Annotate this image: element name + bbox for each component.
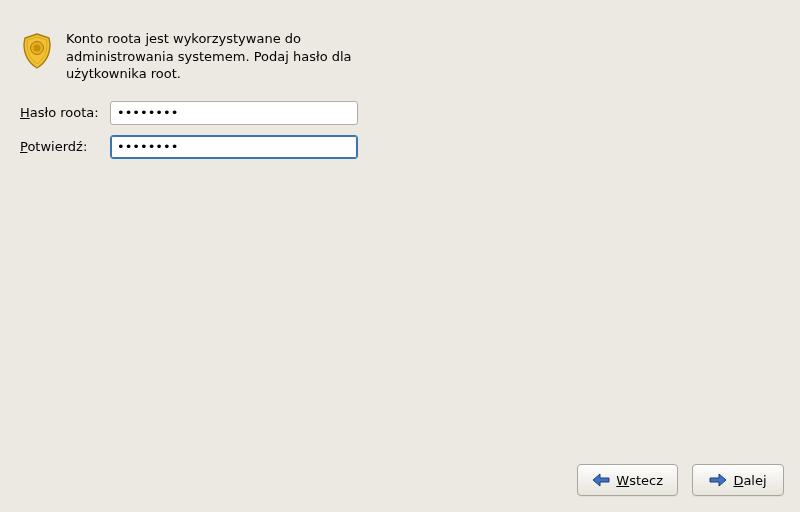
arrow-right-icon (709, 473, 727, 487)
confirm-label: Potwierdź: (20, 139, 110, 154)
back-button-label: Wstecz (616, 473, 663, 488)
confirm-password-input[interactable] (110, 135, 358, 159)
back-button[interactable]: Wstecz (577, 464, 678, 496)
svg-point-1 (34, 45, 41, 52)
root-password-panel: Konto roota jest wykorzystywane do admin… (20, 30, 396, 169)
password-row: Hasło roota: (20, 101, 396, 125)
confirm-row: Potwierdź: (20, 135, 396, 159)
arrow-left-icon (592, 473, 610, 487)
password-label: Hasło roota: (20, 105, 110, 120)
header-row: Konto roota jest wykorzystywane do admin… (20, 30, 396, 83)
root-password-input[interactable] (110, 101, 358, 125)
next-button[interactable]: Dalej (692, 464, 784, 496)
next-button-label: Dalej (733, 473, 766, 488)
description-text: Konto roota jest wykorzystywane do admin… (66, 30, 396, 83)
button-bar: Wstecz Dalej (577, 464, 784, 496)
shield-icon (20, 32, 54, 73)
